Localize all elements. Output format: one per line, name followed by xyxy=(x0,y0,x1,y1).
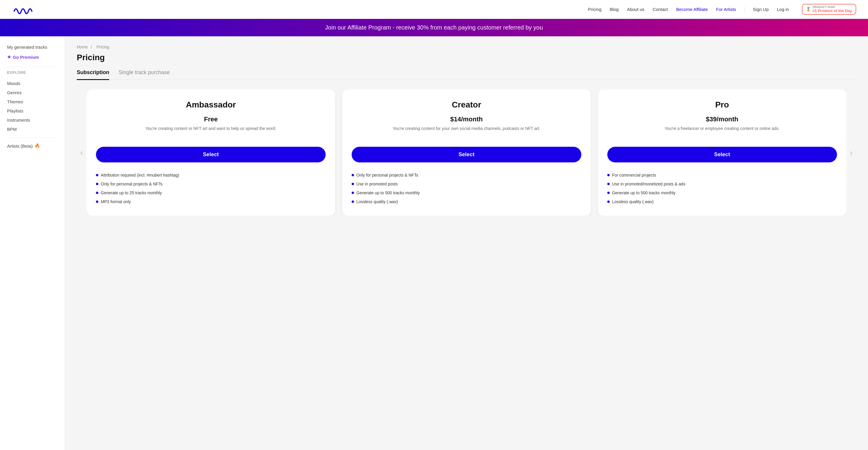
banner-text: Join our Affiliate Program - receive 30%… xyxy=(325,24,543,31)
creator-desc: You're creating content for your own soc… xyxy=(393,125,540,140)
sidebar-my-tracks: My generated tracks xyxy=(7,44,58,50)
ambassador-desc: You're creating content or NFT art and w… xyxy=(146,125,276,140)
plan-creator: Creator $14/month You're creating conten… xyxy=(342,89,591,215)
nav-pricing[interactable]: Pricing xyxy=(588,7,601,12)
nav-affiliate[interactable]: Become Affiliate xyxy=(676,7,708,12)
list-item: MP3 format only xyxy=(96,197,326,206)
nav-divider xyxy=(744,6,745,12)
star-icon: ★ xyxy=(7,54,11,60)
list-item: Use in promoted posts xyxy=(352,180,581,188)
bullet-icon xyxy=(352,174,354,176)
sidebar-item-instruments[interactable]: Instruments xyxy=(7,116,58,125)
list-item: Lossless quality (.wav) xyxy=(352,197,581,206)
carousel-next[interactable]: › xyxy=(846,145,856,160)
main-content: Home / Pricing Pricing Subscription Sing… xyxy=(65,36,868,450)
explore-label: EXPLORE xyxy=(7,70,58,75)
sidebar-premium[interactable]: ★ Go Premium xyxy=(7,54,58,60)
list-item: For commercial projects xyxy=(607,171,837,180)
sidebar: My generated tracks ★ Go Premium EXPLORE… xyxy=(0,36,65,450)
creator-name: Creator xyxy=(452,100,481,110)
pricing-cards: Ambassador Free You're creating content … xyxy=(87,89,846,215)
navbar: Pricing Blog About us Contact Become Aff… xyxy=(0,0,868,19)
ph-label: PRODUCT HUNT xyxy=(812,6,852,8)
sidebar-artists[interactable]: Artists (Beta) 🔥 xyxy=(7,141,58,151)
sidebar-item-bpm[interactable]: BPM xyxy=(7,125,58,134)
list-item: Generate up to 500 tracks monthly xyxy=(607,188,837,197)
fire-icon: 🔥 xyxy=(35,143,40,149)
breadcrumb-separator: / xyxy=(91,44,92,49)
tab-single-track[interactable]: Single track purchase xyxy=(119,69,170,80)
ph-icon: 🏅 xyxy=(806,7,811,11)
breadcrumb-home[interactable]: Home xyxy=(77,44,88,49)
sidebar-item-themes[interactable]: Themes xyxy=(7,97,58,106)
ambassador-price: Free xyxy=(204,116,218,123)
list-item: Generate up to 25 tracks monthly xyxy=(96,188,326,197)
pro-desc: You're a freelancer or employee creating… xyxy=(664,125,779,140)
page-layout: My generated tracks ★ Go Premium EXPLORE… xyxy=(0,36,868,450)
sidebar-item-moods[interactable]: Moods xyxy=(7,79,58,88)
list-item: Use in promoted/monetized posts & ads xyxy=(607,180,837,188)
breadcrumb-current: Pricing xyxy=(97,44,109,49)
list-item: Attribution required (incl. #mubert hash… xyxy=(96,171,326,180)
bullet-icon xyxy=(607,183,610,185)
creator-features: Only for personal projects & NFTs Use in… xyxy=(352,171,581,206)
pro-select[interactable]: Select xyxy=(607,147,837,162)
product-hunt-badge[interactable]: 🏅 PRODUCT HUNT #1 Product of the Day xyxy=(802,4,856,15)
ambassador-select[interactable]: Select xyxy=(96,147,326,162)
nav-contact[interactable]: Contact xyxy=(653,7,668,12)
ambassador-name: Ambassador xyxy=(186,100,236,110)
ph-text: #1 Product of the Day xyxy=(812,8,852,13)
pro-price: $39/month xyxy=(706,116,738,123)
nav-links: Pricing Blog About us Contact Become Aff… xyxy=(588,4,856,15)
pro-features: For commercial projects Use in promoted/… xyxy=(607,171,837,206)
sidebar-divider-2 xyxy=(7,137,58,138)
pro-name: Pro xyxy=(715,100,729,110)
plan-pro: Pro $39/month You're a freelancer or emp… xyxy=(598,89,846,215)
bullet-icon xyxy=(607,192,610,194)
sidebar-divider xyxy=(7,67,58,67)
bullet-icon xyxy=(96,201,98,203)
bullet-icon xyxy=(352,183,354,185)
premium-label: Go Premium xyxy=(13,55,39,60)
list-item: Lossless quality (.wav) xyxy=(607,197,837,206)
ambassador-features: Attribution required (incl. #mubert hash… xyxy=(96,171,326,206)
nav-blog[interactable]: Blog xyxy=(610,7,619,12)
sidebar-artists-label: Artists (Beta) xyxy=(7,144,33,149)
carousel-prev[interactable]: ‹ xyxy=(77,145,87,160)
creator-price: $14/month xyxy=(450,116,483,123)
page-title: Pricing xyxy=(77,53,856,62)
tabs: Subscription Single track purchase xyxy=(77,69,856,80)
bullet-icon xyxy=(607,201,610,203)
nav-login[interactable]: Log in xyxy=(777,7,789,12)
affiliate-banner[interactable]: Join our Affiliate Program - receive 30%… xyxy=(0,19,868,36)
list-item: Only for personal projects & NFTs xyxy=(352,171,581,180)
nav-artists[interactable]: For Artists xyxy=(716,7,736,12)
creator-select[interactable]: Select xyxy=(352,147,581,162)
bullet-icon xyxy=(607,174,610,176)
bullet-icon xyxy=(352,192,354,194)
bullet-icon xyxy=(96,174,98,176)
list-item: Only for personal projects & NFTs xyxy=(96,180,326,188)
bullet-icon xyxy=(96,183,98,185)
sidebar-item-playlists[interactable]: Playlists xyxy=(7,106,58,116)
pricing-area: ‹ Ambassador Free You're creating conten… xyxy=(77,89,856,215)
bullet-icon xyxy=(96,192,98,194)
sidebar-item-genres[interactable]: Genres xyxy=(7,88,58,97)
nav-signup[interactable]: Sign Up xyxy=(753,7,769,12)
bullet-icon xyxy=(352,201,354,203)
plan-ambassador: Ambassador Free You're creating content … xyxy=(87,89,335,215)
nav-about[interactable]: About us xyxy=(627,7,644,12)
tab-subscription[interactable]: Subscription xyxy=(77,69,109,80)
logo[interactable] xyxy=(12,4,35,15)
list-item: Generate up to 500 tracks monthly xyxy=(352,188,581,197)
breadcrumb: Home / Pricing xyxy=(77,44,856,49)
